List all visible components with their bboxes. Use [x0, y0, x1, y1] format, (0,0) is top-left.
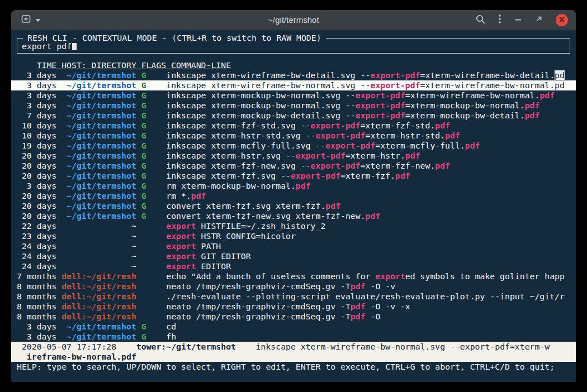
- history-row[interactable]: 3 days~/git/termshotGfh: [11, 332, 576, 342]
- history-flags: G: [136, 90, 162, 101]
- history-row-selected[interactable]: 3 days~/git/termshotGinkscape xterm-wire…: [11, 80, 576, 90]
- history-row[interactable]: 3 days~/git/termshotGinkscape xterm-mock…: [11, 101, 576, 111]
- search-button[interactable]: [475, 14, 485, 26]
- history-command: inkscape xterm-fzf.svg --export-pdf=xter…: [166, 171, 410, 180]
- history-host: dell:~/git/resh: [61, 312, 136, 322]
- text-segment: pdf: [351, 302, 366, 311]
- history-time: 23 days: [17, 231, 56, 241]
- terminal-window: ~/git/termshot: [11, 10, 576, 382]
- history-row[interactable]: 20 days~/git/termshotGinkscape xterm-hst…: [11, 151, 576, 161]
- close-button[interactable]: [556, 14, 568, 26]
- history-flags: G: [136, 131, 162, 141]
- text-segment: -O: [366, 312, 381, 321]
- text-segment: pdf: [325, 201, 340, 211]
- history-row[interactable]: 10 days~/git/termshotGinkscape xterm-hst…: [11, 131, 576, 141]
- history-command: export HISTFILE=~/.zsh_history_2: [166, 221, 325, 231]
- history-row[interactable]: 23 days~export HSTR_CONFIG=hicolor: [11, 231, 576, 241]
- history-row[interactable]: 7 monthsdell:~/git/reshecho "Add a bunch…: [11, 271, 576, 281]
- text-segment: inkscape xterm-mockup-bw-detail.svg --: [166, 111, 356, 120]
- text-segment: export-pdf: [311, 161, 361, 170]
- history-host: dell:~/git/resh: [61, 291, 136, 302]
- history-time: 20 days: [17, 171, 56, 181]
- history-command: inkscape xterm-mockup-bw-normal.svg --ex…: [166, 90, 555, 100]
- history-command: inkscape xterm-mockup-bw-normal.svg --ex…: [166, 101, 539, 110]
- text-segment: export: [375, 271, 405, 281]
- history-row[interactable]: 24 days~export PATH: [11, 241, 576, 251]
- text-segment: export-pdf: [316, 131, 366, 140]
- history-row[interactable]: 19 days~/git/termshotGinkscape xterm-mcf…: [11, 141, 576, 151]
- history-time: 10 days: [17, 121, 56, 131]
- history-row[interactable]: 8 monthsdell:~/git/reshneato /tmp/resh-g…: [11, 312, 576, 322]
- history-time: 10 days: [17, 131, 56, 141]
- history-host: ~/git/termshot: [61, 161, 136, 171]
- history-flags: G: [136, 332, 162, 342]
- history-flags: G: [136, 80, 162, 90]
- text-segment: tower:~/git/termshot: [136, 342, 236, 351]
- text-segment: =xterm-wireframe-bw-normal.: [420, 80, 555, 90]
- history-command: inkscape xterm-fzf-new.svg --export-pdf=…: [166, 161, 450, 170]
- text-segment: 2020-05-07 17:17:28: [17, 342, 136, 351]
- history-row[interactable]: 8 monthsdell:~/git/resh./resh-evaluate -…: [11, 291, 576, 302]
- history-row[interactable]: 24 days~export EDITOR: [11, 261, 576, 271]
- history-time: 3 days: [17, 80, 56, 90]
- text-segment: inkscape xterm-fzf-new.svg --: [166, 161, 310, 170]
- text-segment: pdf: [525, 111, 540, 120]
- history-flags: G: [136, 161, 162, 171]
- history-row[interactable]: 20 days~/git/termshotGconvert xterm-fzf-…: [11, 211, 576, 221]
- history-row[interactable]: 3 days~/git/termshotGinkscape xterm-wire…: [11, 70, 576, 80]
- history-row[interactable]: 20 days~/git/termshotGinkscape xterm-fzf…: [11, 161, 576, 171]
- text-segment: pdf: [465, 141, 480, 150]
- history-time: 19 days: [17, 141, 56, 151]
- text-segment: pdf: [445, 131, 460, 140]
- history-time: 20 days: [17, 201, 56, 211]
- chevron-down-icon: [35, 16, 41, 24]
- history-flags: G: [136, 171, 162, 181]
- history-row[interactable]: 3 days~/git/termshotGcd: [11, 322, 576, 332]
- desktop-background: ~/git/termshot: [0, 0, 587, 392]
- history-time: 20 days: [17, 211, 56, 221]
- text-segment: inkscape xterm-hstr-std.svg --: [166, 131, 315, 140]
- history-list: 3 days~/git/termshotGinkscape xterm-wire…: [11, 70, 576, 342]
- text-segment: pdf: [366, 211, 381, 221]
- text-segment: ireframe-bw-normal.pdf: [17, 352, 136, 361]
- history-command: neato /tmp/resh-graphviz-cmdSeq.gv -Tpdf…: [166, 302, 410, 311]
- history-row[interactable]: 24 days~export GIT_EDITOR: [11, 251, 576, 261]
- history-host: ~/git/termshot: [61, 101, 136, 111]
- history-row[interactable]: 8 monthsdell:~/git/reshneato /tmp/resh-g…: [11, 281, 576, 291]
- history-time: 24 days: [17, 261, 56, 271]
- history-command: inkscape xterm-fzf-std.svg --export-pdf=…: [166, 121, 450, 130]
- text-segment: pdf: [525, 101, 540, 110]
- history-row[interactable]: 3 days~/git/termshotGrm xterm-mockup-bw-…: [11, 181, 576, 191]
- restore-button[interactable]: [535, 15, 543, 25]
- history-flags: G: [136, 101, 162, 111]
- history-command: ./resh-evaluate --plotting-script evalua…: [166, 291, 565, 301]
- text-segment: inkscape xterm-fzf-std.svg --: [166, 121, 310, 130]
- history-row[interactable]: 7 days~/git/termshotGinkscape xterm-mock…: [11, 111, 576, 121]
- history-command: inkscape xterm-hstr.svg --export-pdf=xte…: [166, 151, 420, 160]
- text-segment: =xterm-fzf-std.: [361, 121, 435, 130]
- history-host: ~/git/termshot: [61, 141, 136, 151]
- terminal-screen: RESH CLI - CONTEXTUAL MODE - (CTRL+R to …: [11, 30, 576, 382]
- history-row[interactable]: 3 days~/git/termshotGinkscape xterm-mock…: [11, 90, 576, 101]
- history-row[interactable]: 20 days~/git/termshotGconvert xterm-fzf.…: [11, 201, 576, 211]
- new-tab-button[interactable]: [21, 15, 31, 25]
- history-row[interactable]: 8 monthsdell:~/git/reshneato /tmp/resh-g…: [11, 302, 576, 312]
- text-segment: pd: [555, 70, 565, 80]
- history-time: 8 months: [17, 291, 56, 302]
- history-time: 20 days: [17, 151, 56, 161]
- status-line-1: 2020-05-07 17:17:28 tower:~/git/termshot…: [11, 342, 576, 352]
- text-segment: inkscape xterm-fzf.svg --: [166, 171, 291, 180]
- minimize-icon: [514, 15, 522, 25]
- tab-dropdown-button[interactable]: [35, 16, 41, 24]
- history-row[interactable]: 22 days~export HISTFILE=~/.zsh_history_2: [11, 221, 576, 231]
- history-row[interactable]: 10 days~/git/termshotGinkscape xterm-fzf…: [11, 121, 576, 131]
- history-command: inkscape xterm-hstr-std.svg --export-pdf…: [166, 131, 460, 140]
- minimize-button[interactable]: [514, 15, 522, 25]
- history-host: ~/git/termshot: [61, 70, 136, 80]
- menu-button[interactable]: [498, 14, 501, 26]
- text-segment: inkscape xterm-mockup-bw-normal.svg --: [166, 90, 356, 100]
- text-segment: =xterm-hstr-std.: [366, 131, 446, 140]
- text-segment: HSTR_CONFIG=hicolor: [196, 231, 296, 241]
- history-row[interactable]: 20 days~/git/termshotGinkscape xterm-fzf…: [11, 171, 576, 181]
- history-row[interactable]: 20 days~/git/termshotGrm *.pdf: [11, 191, 576, 201]
